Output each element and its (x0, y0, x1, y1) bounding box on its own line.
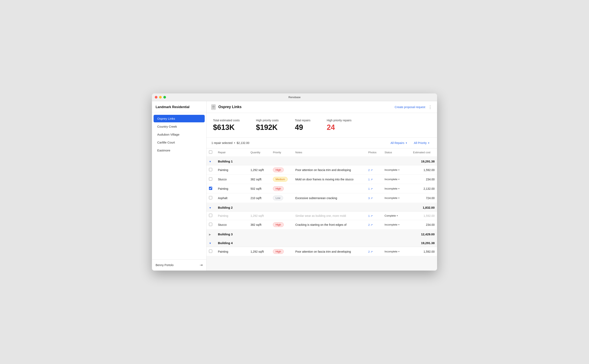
photos-cell[interactable]: 1 ↗ (366, 184, 382, 193)
photos-cell[interactable]: 1 ↗ (366, 175, 382, 184)
status-cell[interactable]: Incomplete ▾ (382, 184, 411, 193)
photos-link[interactable]: 2 ↗ (368, 250, 373, 253)
status-dropdown-arrow[interactable]: ▾ (398, 250, 399, 253)
row-checkbox[interactable] (209, 250, 212, 253)
row-checkbox[interactable] (209, 187, 212, 190)
table-row: Stucco 382 sq/ft Medium Mold on door fra… (207, 175, 437, 184)
status-text: Incomplete (385, 168, 398, 171)
table-area[interactable]: 1 repair selected • $2,132.00 All Repair… (207, 138, 437, 271)
close-button[interactable] (155, 96, 157, 98)
more-options-button[interactable]: ⋮ (428, 105, 432, 110)
maximize-button[interactable] (163, 96, 166, 98)
group-toggle-0[interactable]: ▼ (209, 160, 211, 163)
repair-cell: Painting (216, 212, 248, 220)
row-checkbox[interactable] (209, 223, 212, 226)
group-cost-0: 19,291.38 (411, 157, 437, 165)
group-toggle-cell-3[interactable]: ▼ (207, 239, 216, 247)
status-dropdown-arrow[interactable]: ▾ (398, 178, 399, 180)
status-text: Incomplete (385, 178, 398, 181)
stat-value-1: $192K (256, 123, 279, 132)
row-checkbox-cell[interactable] (207, 175, 216, 184)
row-checkbox[interactable] (209, 196, 212, 199)
repairs-filter-dropdown[interactable]: All Repairs ▼ (388, 140, 410, 146)
photos-link[interactable]: 2 ↗ (368, 169, 373, 172)
priority-cell: Medium (270, 175, 293, 184)
table-row: Painting 1,292 sq/ft High Poor attention… (207, 247, 437, 256)
priority-badge: High (273, 186, 284, 191)
sidebar-item-audubon-village[interactable]: Audubon Village (154, 131, 205, 138)
group-header-2: ▶ Building 3 12,429.00 (207, 230, 437, 239)
group-toggle-3[interactable]: ▼ (209, 242, 211, 245)
group-cost-1: 1,832.00 (411, 203, 437, 212)
table-header: Repair Quantity Priority Notes Photos St… (207, 148, 437, 157)
cost-cell: 1,592.00 (411, 165, 437, 175)
status-text: Incomplete (385, 250, 398, 253)
photos-link[interactable]: 1 ↗ (368, 214, 373, 217)
photos-link[interactable]: 1 ↗ (368, 178, 373, 181)
group-toggle-2[interactable]: ▶ (209, 233, 211, 236)
photos-link[interactable]: 1 ↗ (368, 187, 373, 190)
th-select-all[interactable] (207, 148, 216, 157)
th-notes: Notes (293, 148, 366, 157)
row-checkbox-cell[interactable] (207, 165, 216, 175)
sidebar-item-country-creek[interactable]: Country Creek (154, 123, 205, 130)
photos-cell[interactable]: 2 ↗ (366, 165, 382, 175)
group-toggle-1[interactable]: ▼ (209, 206, 211, 209)
main-content: ☰ Osprey Links Create proposal request ⋮… (207, 101, 437, 271)
row-checkbox-cell[interactable] (207, 220, 216, 230)
minimize-button[interactable] (159, 96, 162, 98)
photos-cell[interactable]: 1 ↗ (366, 212, 382, 220)
cost-cell: 724.00 (411, 193, 437, 203)
status-cell[interactable]: Incomplete ▾ (382, 193, 411, 203)
row-checkbox-cell[interactable] (207, 247, 216, 256)
photos-cell[interactable]: 2 ↗ (366, 247, 382, 256)
priority-badge: High (273, 249, 284, 254)
row-checkbox-cell[interactable] (207, 184, 216, 193)
row-checkbox[interactable] (209, 168, 212, 171)
status-cell[interactable]: Incomplete ▾ (382, 175, 411, 184)
group-toggle-cell-2[interactable]: ▶ (207, 230, 216, 239)
quantity-cell: 210 sq/ft (248, 193, 270, 203)
quantity-cell: 382 sq/ft (248, 175, 270, 184)
select-all-checkbox[interactable] (209, 150, 212, 154)
stat-value-0: $613K (213, 123, 240, 132)
th-cost: Estimated cost (411, 148, 437, 157)
status-cell[interactable]: Complete ▾ (382, 212, 411, 220)
photos-link[interactable]: 3 ↗ (368, 197, 373, 200)
status-cell[interactable]: Incomplete ▾ (382, 165, 411, 175)
repairs-table: Repair Quantity Priority Notes Photos St… (207, 148, 437, 256)
status-dropdown-arrow[interactable]: ▾ (398, 169, 399, 171)
title-bar: Renobase (152, 93, 437, 101)
create-proposal-button[interactable]: Create proposal request (395, 105, 425, 109)
sidebar-logo: Landmark Residential (152, 101, 206, 112)
photos-cell[interactable]: 2 ↗ (366, 220, 382, 230)
status-dropdown-arrow[interactable]: ▾ (398, 197, 399, 199)
status-cell[interactable]: Incomplete ▾ (382, 247, 411, 256)
priority-filter-dropdown[interactable]: All Priority ▼ (411, 140, 432, 146)
sidebar-user: Benny Portolo (156, 263, 174, 267)
logout-icon[interactable]: ⇥ (200, 263, 203, 267)
group-toggle-cell-1[interactable]: ▼ (207, 203, 216, 212)
stat-value-2: 49 (295, 123, 310, 132)
sidebar-item-osprey-links[interactable]: Osprey Links (154, 115, 205, 122)
sidebar-item-eastmore[interactable]: Eastmore (154, 147, 205, 154)
group-toggle-cell-0[interactable]: ▼ (207, 157, 216, 165)
filter-bar: 1 repair selected • $2,132.00 All Repair… (207, 138, 437, 148)
row-checkbox[interactable] (209, 214, 212, 217)
stat-value-3: 24 (327, 123, 351, 132)
sidebar-item-carlille-court[interactable]: Carlille Court (154, 139, 205, 146)
repairs-filter-label: All Repairs (390, 141, 404, 144)
status-dropdown-arrow[interactable]: ▾ (397, 214, 398, 217)
group-header-3: ▼ Building 4 19,291.38 (207, 239, 437, 247)
status-dropdown-arrow[interactable]: ▾ (398, 224, 399, 226)
status-dropdown-arrow[interactable]: ▾ (398, 188, 399, 190)
photos-cell[interactable]: 3 ↗ (366, 193, 382, 203)
row-checkbox[interactable] (209, 177, 212, 181)
row-checkbox-cell[interactable] (207, 193, 216, 203)
priority-badge: High (273, 222, 284, 227)
photos-link[interactable]: 2 ↗ (368, 223, 373, 226)
row-checkbox-cell[interactable] (207, 212, 216, 220)
hamburger-menu[interactable]: ☰ (211, 104, 216, 110)
status-cell[interactable]: Incomplete ▾ (382, 220, 411, 230)
table-row: Painting 1,292 sq/ft High Poor attention… (207, 165, 437, 175)
